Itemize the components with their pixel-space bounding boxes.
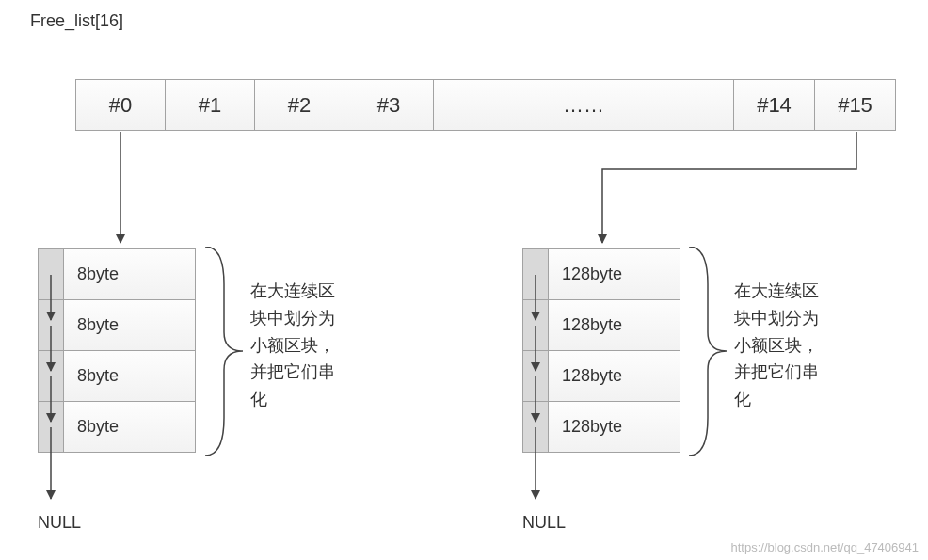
- brace-icon: [200, 247, 248, 456]
- next-ptr: [38, 248, 64, 300]
- cell-14: #14: [733, 79, 815, 131]
- next-ptr: [38, 401, 64, 453]
- block-size-label: 8byte: [63, 401, 196, 453]
- cell-15: #15: [814, 79, 896, 131]
- brace-icon: [684, 247, 731, 456]
- block-size-label: 8byte: [63, 350, 196, 402]
- next-ptr: [522, 350, 549, 402]
- annotation-a: 在大连续区块中划分为小额区块，并把它们串化: [250, 278, 335, 413]
- next-ptr: [522, 401, 549, 453]
- null-terminator-b: NULL: [522, 513, 566, 533]
- block-node: 8byte: [38, 401, 196, 453]
- next-ptr: [38, 299, 64, 351]
- null-terminator-a: NULL: [38, 513, 81, 533]
- next-ptr: [522, 299, 549, 351]
- block-node: 8byte: [38, 299, 196, 351]
- linked-list-15: 128byte 128byte 128byte 128byte: [522, 248, 680, 453]
- cell-3: #3: [344, 79, 434, 131]
- cell-2: #2: [254, 79, 344, 131]
- block-size-label: 128byte: [548, 350, 680, 402]
- linked-list-0: 8byte 8byte 8byte 8byte: [38, 248, 196, 453]
- block-size-label: 128byte: [548, 401, 680, 453]
- next-ptr: [522, 248, 549, 300]
- free-list-array: #0 #1 #2 #3 …… #14 #15: [75, 79, 896, 131]
- block-node: 128byte: [522, 350, 680, 402]
- block-node: 128byte: [522, 248, 680, 300]
- annotation-b: 在大连续区块中划分为小额区块，并把它们串化: [734, 278, 819, 413]
- block-node: 8byte: [38, 350, 196, 402]
- next-ptr: [38, 350, 64, 402]
- page-title: Free_list[16]: [30, 11, 123, 31]
- block-size-label: 128byte: [548, 248, 680, 300]
- block-size-label: 8byte: [63, 299, 196, 351]
- block-node: 128byte: [522, 299, 680, 351]
- block-node: 128byte: [522, 401, 680, 453]
- cell-1: #1: [165, 79, 255, 131]
- cell-0: #0: [75, 79, 166, 131]
- block-node: 8byte: [38, 248, 196, 300]
- cell-ellipsis: ……: [433, 79, 734, 131]
- watermark: https://blog.csdn.net/qq_47406941: [731, 540, 920, 554]
- block-size-label: 128byte: [548, 299, 680, 351]
- block-size-label: 8byte: [63, 248, 196, 300]
